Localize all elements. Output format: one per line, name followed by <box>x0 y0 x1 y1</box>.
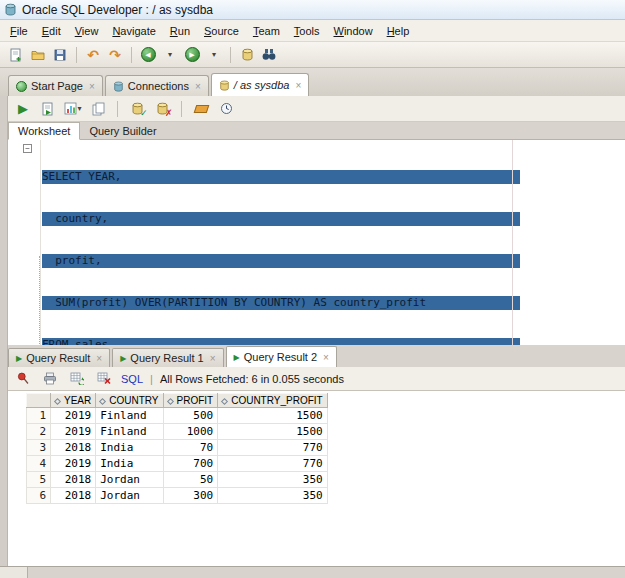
close-icon[interactable]: × <box>96 353 102 364</box>
toolbar-separator <box>117 101 118 117</box>
row-number[interactable]: 6 <box>27 488 51 504</box>
autotrace-button[interactable]: ▾ <box>63 98 83 120</box>
cell-country[interactable]: Jordan <box>96 488 163 504</box>
database-button[interactable] <box>237 44 257 66</box>
row-number[interactable]: 1 <box>27 408 51 424</box>
forward-dropdown-button[interactable]: ▾ <box>204 44 224 66</box>
column-header-year[interactable]: YEAR <box>51 394 96 408</box>
cell-country-profit[interactable]: 350 <box>218 472 328 488</box>
cell-year[interactable]: 2019 <box>51 408 96 424</box>
code-line: SUM(profit) OVER(PARTITION BY COUNTRY) A… <box>42 296 520 310</box>
worksheet-toolbar: ▶ ▾ ✓ ✗ <box>0 96 625 122</box>
rollback-button[interactable]: ✗ <box>152 98 172 120</box>
print-button[interactable] <box>40 368 60 390</box>
cell-country[interactable]: India <box>96 440 163 456</box>
cell-profit[interactable]: 500 <box>163 408 218 424</box>
cell-profit[interactable]: 70 <box>163 440 218 456</box>
menu-team[interactable]: Team <box>246 22 287 40</box>
tab-label: Query Result <box>26 352 90 364</box>
code-area[interactable]: SELECT YEAR, country, profit, SUM(profit… <box>42 142 625 345</box>
clear-grid-button[interactable] <box>94 368 114 390</box>
row-number[interactable]: 4 <box>27 456 51 472</box>
cell-year[interactable]: 2018 <box>51 440 96 456</box>
clear-button[interactable] <box>191 98 211 120</box>
fetch-all-icon <box>70 372 84 385</box>
row-number[interactable]: 3 <box>27 440 51 456</box>
cell-country-profit[interactable]: 350 <box>218 488 328 504</box>
tab-query-result[interactable]: ▶ Query Result × <box>8 348 110 367</box>
column-header-country[interactable]: COUNTRY <box>96 394 163 408</box>
close-icon[interactable]: × <box>195 81 201 92</box>
open-folder-button[interactable] <box>28 44 48 66</box>
find-db-object-button[interactable] <box>259 44 279 66</box>
run-statement-button[interactable]: ▶ <box>13 98 33 120</box>
fetch-all-button[interactable] <box>67 368 87 390</box>
start-page-icon <box>16 81 27 92</box>
menu-view[interactable]: View <box>68 22 106 40</box>
table-row: 3 2018 India 70 770 <box>27 440 328 456</box>
menu-tools[interactable]: Tools <box>287 22 327 40</box>
pin-button[interactable] <box>13 368 33 390</box>
cell-country[interactable]: Finland <box>96 408 163 424</box>
close-icon[interactable]: × <box>89 81 95 92</box>
menu-help[interactable]: Help <box>380 22 417 40</box>
cell-country[interactable]: India <box>96 456 163 472</box>
cell-country-profit[interactable]: 1500 <box>218 408 328 424</box>
cell-country-profit[interactable]: 770 <box>218 440 328 456</box>
redo-button[interactable]: ↷ <box>105 44 125 66</box>
cell-year[interactable]: 2019 <box>51 424 96 440</box>
new-document-button[interactable] <box>6 44 26 66</box>
menu-file[interactable]: File <box>3 22 35 40</box>
undo-button[interactable]: ↶ <box>83 44 103 66</box>
tab-query-result-1[interactable]: ▶ Query Result 1 × <box>112 348 223 367</box>
cell-country[interactable]: Jordan <box>96 472 163 488</box>
row-number[interactable]: 2 <box>27 424 51 440</box>
cell-year[interactable]: 2018 <box>51 472 96 488</box>
run-script-button[interactable] <box>38 98 58 120</box>
menu-run[interactable]: Run <box>163 22 197 40</box>
back-dropdown-button[interactable]: ▾ <box>160 44 180 66</box>
column-header-profit[interactable]: PROFIT <box>163 394 218 408</box>
tab-connections[interactable]: Connections × <box>105 75 209 96</box>
cell-country[interactable]: Finland <box>96 424 163 440</box>
close-icon[interactable]: × <box>323 352 329 363</box>
menu-window[interactable]: Window <box>326 22 379 40</box>
cell-profit[interactable]: 1000 <box>163 424 218 440</box>
close-icon[interactable]: × <box>210 353 216 364</box>
fetch-status-text: All Rows Fetched: 6 in 0.055 seconds <box>160 373 344 385</box>
menu-source[interactable]: Source <box>197 22 246 40</box>
navigate-forward-button[interactable]: ▶ <box>182 44 202 66</box>
fold-collapse-icon[interactable]: − <box>23 144 32 153</box>
cell-country-profit[interactable]: 1500 <box>218 424 328 440</box>
sql-editor[interactable]: − SELECT YEAR, country, profit, SUM(prof… <box>0 140 625 345</box>
tab-query-result-2[interactable]: ▶ Query Result 2 × <box>226 346 337 367</box>
sort-icon <box>54 398 61 405</box>
navigate-back-button[interactable]: ◀ <box>138 44 158 66</box>
tab-as-sysdba[interactable]: / as sysdba × <box>211 73 309 96</box>
sql-link[interactable]: SQL <box>121 373 143 385</box>
tab-start-page[interactable]: Start Page × <box>8 75 103 96</box>
left-splitter[interactable] <box>0 96 8 566</box>
cell-year[interactable]: 2018 <box>51 488 96 504</box>
cell-year[interactable]: 2019 <box>51 456 96 472</box>
bottom-splitter <box>0 566 625 578</box>
save-button[interactable] <box>50 44 70 66</box>
cell-country-profit[interactable]: 770 <box>218 456 328 472</box>
cell-profit[interactable]: 300 <box>163 488 218 504</box>
tab-worksheet[interactable]: Worksheet <box>8 122 80 140</box>
menu-navigate[interactable]: Navigate <box>105 22 162 40</box>
row-number[interactable]: 5 <box>27 472 51 488</box>
toolbar-separator <box>230 47 231 63</box>
close-icon[interactable]: × <box>295 80 301 91</box>
commit-button[interactable]: ✓ <box>127 98 147 120</box>
binoculars-icon <box>262 48 276 61</box>
tab-query-builder[interactable]: Query Builder <box>80 123 165 139</box>
menu-edit[interactable]: Edit <box>35 22 68 40</box>
column-header-country-profit[interactable]: COUNTRY_PROFIT <box>218 394 328 408</box>
cell-profit[interactable]: 50 <box>163 472 218 488</box>
sql-history-button[interactable] <box>216 98 236 120</box>
cell-profit[interactable]: 700 <box>163 456 218 472</box>
explain-plan-button[interactable] <box>88 98 108 120</box>
cross-icon: ✗ <box>165 109 173 118</box>
check-icon: ✓ <box>140 109 148 118</box>
